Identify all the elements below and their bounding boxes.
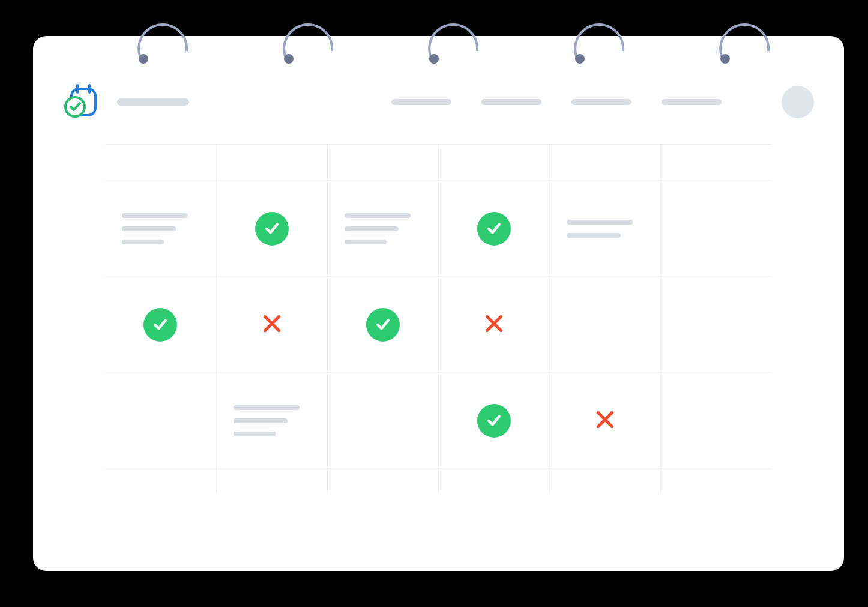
cross-icon [260, 312, 284, 336]
text-placeholder [217, 405, 327, 436]
grid-row [105, 277, 772, 373]
cross-icon [482, 312, 506, 336]
nav-item[interactable] [662, 99, 722, 105]
nav-item[interactable] [571, 99, 631, 105]
svg-point-2 [429, 54, 439, 64]
nav-menu [391, 86, 814, 118]
grid-cell[interactable] [327, 373, 438, 469]
grid-cell[interactable] [327, 181, 438, 277]
grid-cell[interactable] [661, 277, 772, 373]
spiral-binder-icon [569, 0, 635, 66]
grid-cell[interactable] [216, 373, 327, 469]
text-placeholder [105, 213, 216, 244]
check-icon [143, 308, 177, 342]
check-icon [255, 212, 289, 246]
avatar[interactable] [782, 86, 814, 118]
grid-cell[interactable] [550, 373, 661, 469]
spiral-binder-icon [423, 0, 489, 66]
grid-cell[interactable] [550, 181, 661, 277]
calendar-grid [105, 144, 772, 493]
grid-row [105, 373, 772, 469]
spiral-binder-icon [278, 0, 344, 66]
cross-icon [593, 408, 617, 432]
grid-cell[interactable] [661, 373, 772, 469]
nav-item[interactable] [391, 99, 451, 105]
nav-item[interactable] [481, 99, 541, 105]
calendar-check-logo-icon [63, 84, 99, 120]
grid-header-row [105, 145, 772, 181]
spiral-binder-row [69, 0, 844, 66]
grid-cell[interactable] [438, 277, 549, 373]
app-header [33, 84, 844, 144]
calendar-grid-wrap [33, 144, 844, 493]
grid-footer-row [105, 469, 772, 493]
grid-cell[interactable] [438, 373, 549, 469]
check-icon [477, 212, 511, 246]
brand-placeholder [117, 98, 189, 106]
check-icon [477, 404, 511, 438]
spiral-binder-icon [714, 0, 780, 66]
grid-cell[interactable] [550, 277, 661, 373]
grid-cell[interactable] [105, 277, 216, 373]
grid-cell[interactable] [105, 373, 216, 469]
grid-cell[interactable] [661, 181, 772, 277]
svg-point-4 [720, 54, 730, 64]
spiral-binder-icon [133, 0, 199, 66]
calendar-card [33, 36, 844, 571]
text-placeholder [550, 220, 660, 238]
svg-point-0 [139, 54, 148, 64]
grid-cell[interactable] [105, 181, 216, 277]
grid-cell[interactable] [216, 277, 327, 373]
check-icon [366, 308, 400, 342]
text-placeholder [328, 213, 438, 244]
grid-cell[interactable] [438, 181, 549, 277]
svg-point-3 [575, 54, 585, 64]
svg-point-1 [284, 54, 294, 64]
grid-row [105, 181, 772, 277]
grid-cell[interactable] [327, 277, 438, 373]
grid-cell[interactable] [216, 181, 327, 277]
